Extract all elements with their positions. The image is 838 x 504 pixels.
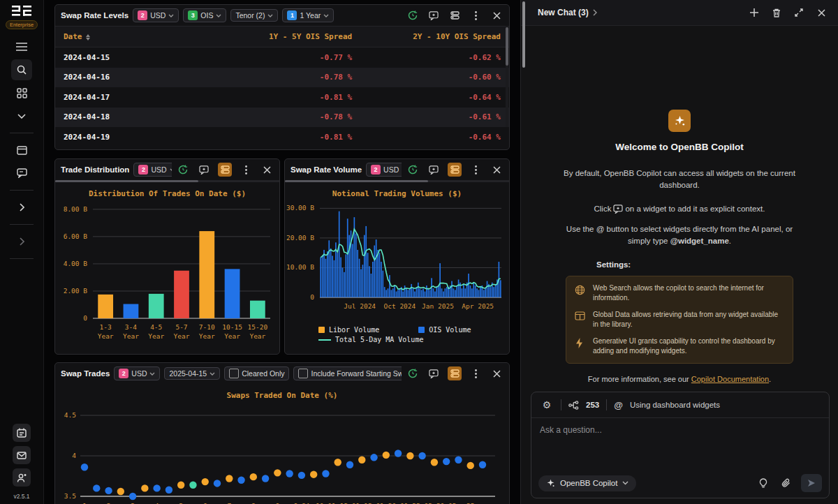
copilot-settings-gear-icon[interactable]: ⚙ [540, 398, 554, 412]
filter-chip-usd[interactable]: 2USD [133, 8, 179, 22]
header-scrollbar[interactable] [55, 180, 279, 182]
table-view-icon[interactable] [448, 8, 462, 22]
table-scrollbar[interactable] [506, 26, 508, 127]
bar-3-4-year [124, 304, 139, 318]
scatter-point [226, 475, 233, 482]
input-toolbar: ⚙ 253 @ Using dashboard widgets [531, 392, 829, 418]
legend-libor[interactable]: Libor Volume [318, 326, 379, 334]
close-widget-icon[interactable] [490, 163, 503, 177]
checkbox-include-forward-starting-swaps[interactable]: Include Forward Starting Swaps [293, 366, 402, 380]
column-header-spread2[interactable]: 2Y - 10Y OIS Spread [352, 32, 501, 41]
chat-title[interactable]: New Chat (3) [538, 8, 597, 17]
kebab-menu-icon[interactable] [469, 163, 483, 177]
send-button[interactable] [801, 474, 822, 492]
add-to-chat-icon[interactable] [427, 366, 441, 380]
comment-icon[interactable] [11, 163, 32, 184]
header-scrollbar[interactable] [285, 180, 509, 182]
filter-chip-usd[interactable]: 2USD [114, 366, 160, 380]
close-widget-icon[interactable] [490, 366, 503, 380]
close-panel-icon[interactable] [814, 6, 828, 20]
add-to-chat-icon[interactable] [197, 163, 211, 177]
calendar-icon[interactable] [13, 424, 31, 442]
openbb-logo[interactable] [11, 6, 32, 18]
suggestions-bulb-icon[interactable] [756, 476, 770, 490]
distribution-bar-chart: 02.00 B4.00 B6.00 B8.00 B1-3Year3-4Year4… [55, 198, 279, 353]
swap-trades-scatter-chart: 3.544.51334567899.8410.0112.0115.0120.01… [55, 400, 509, 504]
svg-text:0: 0 [83, 314, 87, 322]
window-icon[interactable] [11, 140, 32, 161]
widget-actions [176, 163, 274, 177]
apps-grid-icon[interactable] [11, 82, 32, 103]
svg-text:8.00 B: 8.00 B [64, 205, 88, 213]
table-row[interactable]: 2024-04-19-0.81 %-0.64 % [55, 127, 509, 147]
scatter-point [395, 450, 402, 457]
refresh-icon[interactable] [406, 163, 420, 177]
delete-chat-icon[interactable] [770, 6, 784, 20]
legend-ma[interactable]: Total 5-Day MA Volume [318, 336, 423, 343]
filter-chips: 2USD2025-04-15Cleared OnlyInclude Forwar… [114, 366, 402, 380]
filter-chip-tenor-2-[interactable]: Tenor (2) [230, 9, 278, 22]
add-context-icon [613, 205, 623, 214]
scatter-point [274, 469, 281, 476]
refresh-icon[interactable] [406, 8, 420, 22]
chevron-down-icon [622, 481, 628, 485]
search-icon[interactable] [11, 59, 32, 80]
chevron-right-icon[interactable] [11, 197, 32, 218]
welcome-title: Welcome to OpenBB Copilot [615, 142, 744, 152]
copilot-documentation-link[interactable]: Copilot Documentation [691, 375, 769, 383]
new-chat-icon[interactable] [747, 6, 761, 20]
expand-panel-icon[interactable] [792, 6, 806, 20]
refresh-icon[interactable] [406, 366, 420, 380]
refresh-icon[interactable] [176, 163, 190, 177]
column-header-date[interactable]: Date [64, 32, 195, 41]
attach-file-icon[interactable] [779, 476, 793, 490]
hamburger-icon[interactable] [11, 36, 32, 57]
bar-7-10-year [199, 231, 214, 318]
bar-15-20-year [250, 301, 265, 318]
chevron-down-icon[interactable] [11, 105, 32, 126]
table-row[interactable]: 2024-04-18-0.78 %-0.61 % [55, 108, 509, 128]
question-input[interactable] [531, 418, 829, 468]
svg-text:0: 0 [310, 293, 314, 301]
mail-icon[interactable] [13, 446, 31, 464]
filter-chip-1-year[interactable]: 11 Year [282, 8, 334, 22]
mention-at-icon[interactable]: @ [614, 400, 623, 410]
filter-chip-2025-04-15[interactable]: 2025-04-15 [164, 367, 220, 380]
filter-chip-usd[interactable]: 2USD [133, 163, 172, 177]
scatter-point [346, 461, 353, 468]
widget-actions [406, 8, 503, 22]
kebab-menu-icon[interactable] [239, 163, 253, 177]
filter-chips: 2USD3OISTenor (2)11 Year [133, 8, 334, 22]
model-selector[interactable]: OpenBB Copilot [538, 475, 636, 491]
scatter-point [105, 487, 112, 494]
checkbox-cleared-only[interactable]: Cleared Only [224, 366, 289, 380]
svg-text:10.00 B: 10.00 B [286, 263, 314, 271]
scatter-point [262, 475, 269, 482]
kebab-menu-icon[interactable] [469, 366, 483, 380]
panel-scrollbar[interactable] [522, 1, 525, 68]
context-branch-icon[interactable] [568, 398, 579, 412]
close-widget-icon[interactable] [490, 8, 503, 22]
chevron-right-dim-icon[interactable] [11, 231, 32, 252]
table-view-icon[interactable] [448, 366, 462, 380]
column-header-spread1[interactable]: 1Y - 5Y OIS Spread [195, 32, 352, 41]
kebab-menu-icon[interactable] [469, 8, 483, 22]
legend-ois[interactable]: OIS Volume [418, 326, 471, 334]
table-row[interactable]: 2024-04-15-0.77 %-0.62 % [55, 47, 509, 68]
scatter-point [81, 464, 88, 470]
table-row[interactable]: 2024-04-17-0.81 %-0.64 % [55, 87, 509, 108]
filter-chip-ois[interactable]: 3OIS [183, 8, 226, 22]
scatter-point [298, 472, 305, 479]
table-view-icon[interactable] [448, 163, 462, 177]
widget-trade-distribution: Trade Distribution 2USD3OIS4Noti Distrib… [54, 158, 280, 355]
table-row[interactable]: 2024-04-16-0.78 %-0.60 % [55, 68, 509, 88]
context-count: 253 [586, 401, 599, 409]
add-to-chat-icon[interactable] [427, 8, 441, 22]
filter-chip-usd[interactable]: 2USD [366, 163, 402, 177]
setting-web-search: Web Search allows the copilot to search … [575, 283, 784, 303]
svg-text:4.5: 4.5 [64, 411, 76, 419]
add-to-chat-icon[interactable] [427, 163, 441, 177]
close-widget-icon[interactable] [260, 163, 274, 177]
user-plus-icon[interactable] [13, 468, 31, 487]
table-view-icon[interactable] [218, 163, 232, 177]
